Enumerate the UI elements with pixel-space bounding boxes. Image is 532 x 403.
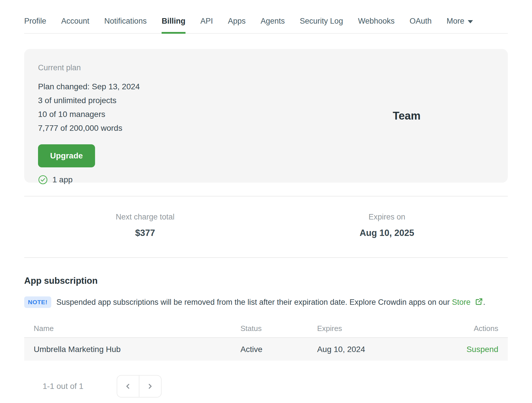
next-charge-label: Next charge total — [24, 213, 266, 222]
current-plan-card: Current plan Plan changed: Sep 13, 2024 … — [24, 49, 508, 183]
header-actions: Actions — [429, 324, 498, 333]
note-line: NOTE! Suspended app subscriptions will b… — [24, 296, 508, 308]
external-link-icon — [475, 298, 483, 306]
pager-controls — [117, 375, 162, 398]
expires-on-value: Aug 10, 2025 — [266, 228, 508, 238]
note-text: Suspended app subscriptions will be remo… — [56, 298, 485, 307]
pagination-range-label: 1-1 out of 1 — [43, 382, 84, 391]
plan-projects-usage: 3 of unlimited projects — [38, 94, 140, 107]
plan-managers-usage: 10 of 10 managers — [38, 107, 140, 121]
apps-count-label: 1 app — [52, 175, 73, 184]
tab-more-label: More — [447, 17, 465, 26]
chevron-down-icon — [468, 20, 473, 23]
billing-settings-page: Profile Account Notifications Billing AP… — [0, 0, 532, 403]
tab-account[interactable]: Account — [61, 17, 90, 33]
header-expires: Expires — [317, 324, 429, 333]
tab-oauth[interactable]: OAuth — [410, 17, 432, 33]
note-suffix: . — [483, 298, 485, 306]
plan-changed-date: Plan changed: Sep 13, 2024 — [38, 80, 140, 94]
header-status: Status — [241, 324, 317, 333]
expires-on-column: Expires on Aug 10, 2025 — [266, 213, 508, 238]
plan-name: Team — [393, 110, 421, 122]
tab-webhooks[interactable]: Webhooks — [358, 17, 395, 33]
suspend-link[interactable]: Suspend — [466, 345, 498, 354]
tab-security-log[interactable]: Security Log — [300, 17, 343, 33]
tab-more[interactable]: More — [447, 17, 473, 33]
plan-details: Current plan Plan changed: Sep 13, 2024 … — [38, 63, 140, 168]
billing-summary: Next charge total $377 Expires on Aug 10… — [24, 196, 508, 258]
tab-billing[interactable]: Billing — [162, 17, 185, 33]
upgrade-button[interactable]: Upgrade — [38, 144, 95, 167]
apps-included-line: 1 app — [38, 175, 140, 185]
next-charge-value: $377 — [24, 228, 266, 238]
pagination: 1-1 out of 1 — [24, 375, 508, 398]
app-subscription-title: App subscription — [24, 276, 508, 286]
plan-words-usage: 7,777 of 200,000 words — [38, 121, 140, 135]
note-badge: NOTE! — [24, 296, 51, 308]
cell-expires: Aug 10, 2024 — [317, 345, 429, 354]
next-page-button[interactable] — [139, 375, 162, 398]
table-row: Umbrella Marketing Hub Active Aug 10, 20… — [24, 338, 508, 361]
settings-tab-bar: Profile Account Notifications Billing AP… — [24, 0, 508, 34]
note-message: Suspended app subscriptions will be remo… — [56, 298, 450, 306]
tab-profile[interactable]: Profile — [24, 17, 46, 33]
expires-on-label: Expires on — [266, 213, 508, 222]
check-circle-icon — [38, 175, 48, 185]
table-header-row: Name Status Expires Actions — [24, 319, 508, 338]
chevron-right-icon — [146, 382, 154, 391]
app-subscription-table: Name Status Expires Actions Umbrella Mar… — [24, 319, 508, 361]
next-charge-column: Next charge total $377 — [24, 213, 266, 238]
store-link[interactable]: Store — [452, 298, 471, 306]
tab-notifications[interactable]: Notifications — [104, 17, 147, 33]
chevron-left-icon — [124, 382, 132, 391]
cell-app-name: Umbrella Marketing Hub — [34, 345, 241, 354]
tab-api[interactable]: API — [200, 17, 213, 33]
tab-apps[interactable]: Apps — [228, 17, 246, 33]
tab-agents[interactable]: Agents — [261, 17, 285, 33]
previous-page-button[interactable] — [117, 375, 139, 398]
header-name: Name — [34, 324, 241, 333]
current-plan-label: Current plan — [38, 63, 140, 72]
cell-status: Active — [241, 345, 317, 354]
